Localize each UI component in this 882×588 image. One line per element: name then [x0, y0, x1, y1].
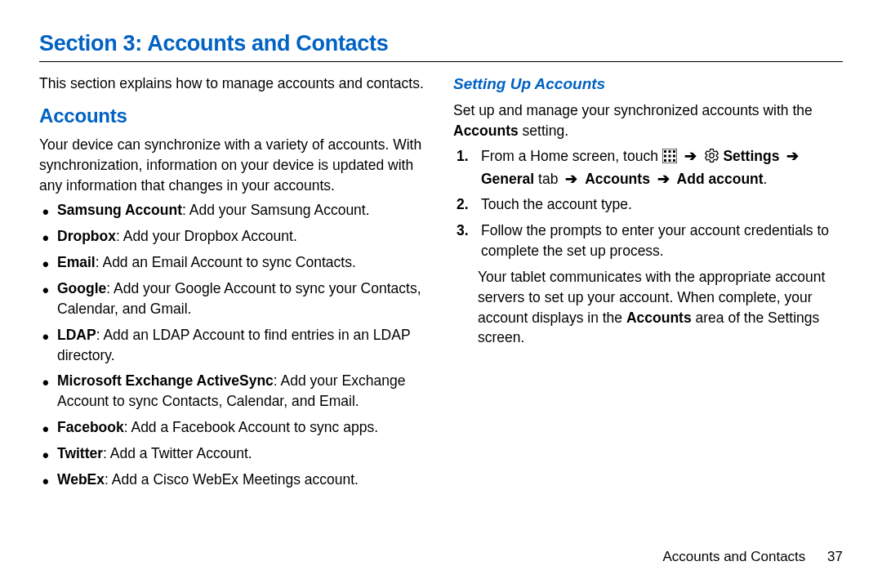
list-item: Dropbox: Add your Dropbox Account.	[42, 226, 429, 247]
list-item: LDAP: Add an LDAP Account to find entrie…	[42, 325, 429, 366]
svg-rect-9	[673, 159, 675, 162]
svg-rect-4	[664, 154, 666, 157]
setting-up-heading: Setting Up Accounts	[453, 74, 843, 96]
list-item: Microsoft Exchange ActiveSync: Add your …	[42, 371, 429, 412]
setup-steps: From a Home screen, touch ➔ Settings ➔ G…	[453, 146, 843, 261]
list-item: Samsung Account: Add your Samsung Accoun…	[42, 200, 429, 220]
page-number: 37	[827, 549, 843, 564]
arrow-icon: ➔	[684, 146, 697, 167]
list-item: Email: Add an Email Account to sync Cont…	[42, 252, 429, 273]
list-item: Facebook: Add a Facebook Account to sync…	[42, 417, 429, 438]
list-item: WebEx: Add a Cisco WebEx Meetings accoun…	[42, 470, 429, 490]
svg-rect-3	[673, 150, 675, 153]
svg-rect-2	[668, 150, 670, 153]
apps-grid-icon	[662, 149, 677, 169]
step-3: Follow the prompts to enter your account…	[457, 220, 843, 261]
completion-note: Your tablet communicates with the approp…	[453, 267, 843, 348]
section-divider	[39, 61, 843, 62]
svg-rect-8	[668, 159, 670, 162]
two-column-layout: This section explains how to manage acco…	[39, 74, 843, 496]
svg-rect-6	[673, 154, 675, 157]
list-item: Google: Add your Google Account to sync …	[42, 278, 429, 319]
footer-section-label: Accounts and Contacts	[663, 549, 806, 564]
arrow-icon: ➔	[657, 169, 670, 189]
svg-rect-7	[664, 159, 666, 162]
setup-description: Set up and manage your synchronized acco…	[453, 100, 843, 141]
svg-rect-1	[664, 150, 666, 153]
left-column: This section explains how to manage acco…	[39, 74, 429, 496]
step-2: Touch the account type.	[457, 194, 843, 215]
settings-gear-icon	[704, 148, 719, 169]
section-title: Section 3: Accounts and Contacts	[39, 31, 843, 56]
svg-rect-5	[668, 154, 670, 157]
page-footer: Accounts and Contacts 37	[663, 549, 843, 565]
right-column: Setting Up Accounts Set up and manage yo…	[453, 74, 843, 496]
intro-text: This section explains how to manage acco…	[39, 74, 429, 94]
step-1: From a Home screen, touch ➔ Settings ➔ G…	[457, 146, 843, 189]
account-types-list: Samsung Account: Add your Samsung Accoun…	[39, 200, 429, 489]
arrow-icon: ➔	[786, 146, 799, 167]
arrow-icon: ➔	[565, 169, 577, 189]
accounts-description: Your device can synchronize with a varie…	[39, 135, 429, 196]
accounts-heading: Accounts	[39, 102, 429, 130]
list-item: Twitter: Add a Twitter Account.	[42, 443, 429, 464]
